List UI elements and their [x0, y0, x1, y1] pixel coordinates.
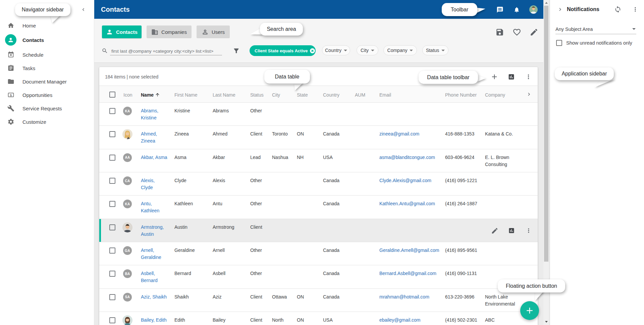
svg-text:$: $ — [10, 93, 12, 97]
